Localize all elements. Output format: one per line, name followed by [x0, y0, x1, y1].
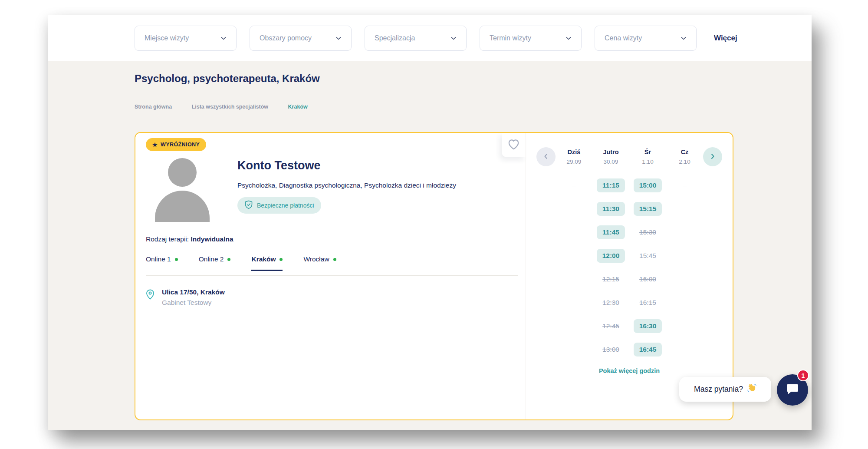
show-more-hours-link[interactable]: Pokaż więcej godzin — [526, 367, 733, 374]
time-slot-16-30[interactable]: 16:30 — [634, 319, 662, 333]
slot-cell-r0-c0: – — [556, 174, 592, 197]
breadcrumb-item-2: Kraków — [288, 104, 308, 110]
chat-bubble-icon — [786, 383, 799, 397]
tab-label: Online 2 — [199, 255, 224, 263]
calendar-day-date: 30.09 — [592, 158, 629, 165]
filter-dropdown-label: Miejsce wizyty — [145, 34, 189, 42]
slot-unavailable-dash: – — [683, 182, 687, 189]
specialist-info-section: ★ WYRÓŻNIONY Konto Testowe Psycholożka, … — [135, 133, 526, 419]
secure-payments-badge: Bezpieczne płatności — [237, 197, 321, 214]
favorite-button[interactable] — [502, 133, 526, 157]
filter-dropdown-obszary-pomocy[interactable]: Obszary pomocy — [250, 26, 352, 51]
tab-online-2[interactable]: Online 2 — [199, 255, 231, 271]
chat-prompt-bubble[interactable]: Masz pytania? — [679, 377, 771, 402]
slot-cell-r4-c3 — [666, 267, 703, 291]
specialist-specialties: Psycholożka, Diagnostka psychologiczna, … — [237, 182, 456, 189]
online-status-dot — [333, 258, 336, 261]
breadcrumb-item-1[interactable]: Lista wszystkich specjalistów — [192, 104, 268, 110]
more-filters-link[interactable]: Więcej — [714, 34, 737, 43]
browser-viewport: Miejsce wizytyObszary pomocySpecjalizacj… — [48, 15, 812, 430]
filter-dropdown-termin-wizyty[interactable]: Termin wizyty — [480, 26, 582, 51]
slot-cell-r6-c3 — [666, 314, 703, 338]
time-slot-11-45[interactable]: 11:45 — [597, 225, 625, 239]
tab-kraków[interactable]: Kraków — [251, 255, 283, 271]
featured-badge-label: WYRÓŻNIONY — [161, 142, 200, 148]
avatar[interactable] — [155, 158, 210, 222]
calendar-day-date: 29.09 — [556, 158, 592, 165]
calendar-section: Dziś29.09Jutro30.09Śr1.10Cz2.10 –11:1515… — [526, 133, 733, 419]
tab-label: Online 1 — [146, 255, 171, 263]
address-line2: Gabinet Testowy — [162, 299, 225, 307]
breadcrumb-separator: — — [276, 104, 281, 110]
calendar-prev-button[interactable] — [536, 147, 556, 166]
location-tabs: Online 1Online 2KrakówWrocław — [146, 255, 336, 271]
tab-label: Wrocław — [303, 255, 329, 263]
avatar-head-shape — [168, 158, 197, 187]
calendar-day-0: Dziś29.09 — [556, 149, 592, 165]
location-pin-icon — [146, 289, 155, 307]
secure-payments-label: Bezpieczne płatności — [257, 202, 314, 209]
breadcrumb: Strona główna—Lista wszystkich specjalis… — [135, 104, 308, 110]
slot-cell-r6-c2: 16:30 — [629, 314, 666, 338]
chevron-down-icon — [566, 35, 572, 41]
search-results-page: Psycholog, psychoterapeuta, Kraków Stron… — [48, 61, 812, 430]
calendar-day-date: 2.10 — [666, 158, 703, 165]
chat-unread-badge: 1 — [797, 370, 809, 381]
tabs-divider — [146, 275, 518, 276]
time-slot-16-00: 16:00 — [639, 275, 656, 283]
time-slot-12-45: 12:45 — [602, 322, 619, 330]
time-slots-grid: –11:1515:00–11:3015:1511:4515:3012:0015:… — [556, 174, 703, 361]
breadcrumb-item-0[interactable]: Strona główna — [135, 104, 172, 110]
filter-dropdown-label: Cena wizyty — [605, 34, 642, 42]
slot-cell-r0-c1: 11:15 — [592, 174, 629, 197]
filter-bar: Miejsce wizytyObszary pomocySpecjalizacj… — [48, 15, 812, 61]
slot-unavailable-dash: – — [572, 182, 576, 189]
slot-cell-r4-c1: 12:15 — [592, 267, 629, 291]
time-slot-16-45[interactable]: 16:45 — [634, 343, 662, 357]
slot-cell-r5-c3 — [666, 291, 703, 314]
time-slot-12-00[interactable]: 12:00 — [597, 249, 625, 263]
slot-cell-r7-c1: 13:00 — [592, 338, 629, 361]
calendar-next-button[interactable] — [703, 147, 722, 166]
calendar-day-name: Śr — [629, 149, 666, 155]
time-slot-15-15[interactable]: 15:15 — [634, 202, 662, 216]
star-icon: ★ — [152, 142, 158, 148]
time-slot-11-15[interactable]: 11:15 — [597, 178, 625, 192]
calendar-day-3: Cz2.10 — [666, 149, 703, 165]
filter-dropdown-cena-wizyty[interactable]: Cena wizyty — [595, 26, 697, 51]
time-slot-15-00[interactable]: 15:00 — [634, 178, 662, 192]
filter-dropdown-label: Termin wizyty — [490, 34, 531, 42]
filter-dropdown-miejsce-wizyty[interactable]: Miejsce wizyty — [135, 26, 237, 51]
calendar-day-name: Cz — [666, 149, 703, 155]
tab-online-1[interactable]: Online 1 — [146, 255, 178, 271]
slot-cell-r2-c2: 15:30 — [629, 221, 666, 244]
chevron-right-icon — [709, 153, 716, 161]
online-status-dot — [175, 258, 178, 261]
slot-cell-r3-c3 — [666, 244, 703, 267]
specialist-name[interactable]: Konto Testowe — [237, 159, 321, 172]
time-slot-11-30[interactable]: 11:30 — [597, 202, 625, 216]
time-slot-12-30: 12:30 — [602, 299, 619, 307]
chevron-down-icon — [450, 35, 457, 41]
tab-wrocław[interactable]: Wrocław — [303, 255, 336, 271]
slot-cell-r2-c3 — [666, 221, 703, 244]
therapy-type-value: Indywidualna — [191, 235, 233, 243]
slot-cell-r7-c3 — [666, 338, 703, 361]
slot-cell-r7-c0 — [556, 338, 592, 361]
waving-hand-icon — [747, 383, 756, 395]
avatar-shoulders-shape — [155, 191, 210, 222]
address-text: Ulica 17/50, Kraków Gabinet Testowy — [162, 288, 225, 307]
time-slot-16-15: 16:15 — [639, 299, 656, 307]
online-status-dot — [227, 258, 230, 261]
slot-cell-r1-c0 — [556, 197, 592, 221]
calendar-day-date: 1.10 — [629, 158, 666, 165]
chevron-down-icon — [220, 35, 227, 41]
chevron-down-icon — [335, 35, 342, 41]
chevron-down-icon — [681, 35, 687, 41]
address-line1[interactable]: Ulica 17/50, Kraków — [162, 288, 225, 296]
filter-dropdown-specjalizacja[interactable]: Specjalizacja — [365, 26, 467, 51]
address-block: Ulica 17/50, Kraków Gabinet Testowy — [146, 288, 225, 307]
slot-cell-r3-c1: 12:00 — [592, 244, 629, 267]
calendar-day-name: Jutro — [592, 149, 629, 155]
shield-check-icon — [244, 200, 253, 211]
